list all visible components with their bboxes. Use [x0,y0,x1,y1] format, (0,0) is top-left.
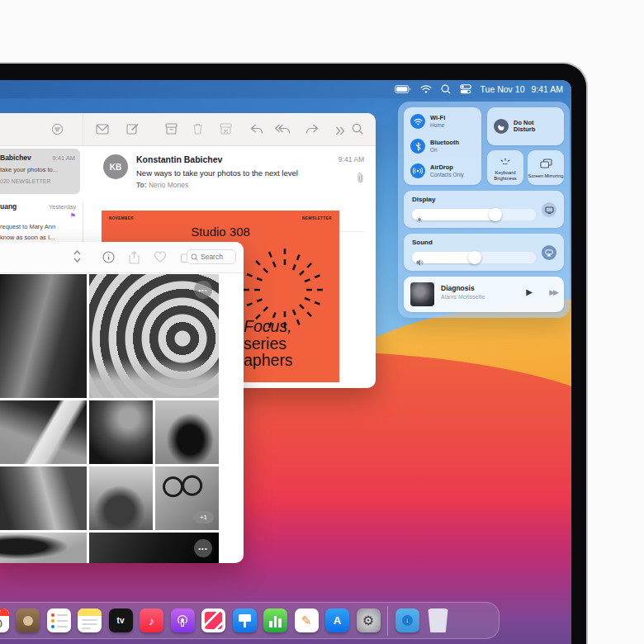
more-toolbar-icon[interactable] [335,124,346,139]
forward-icon[interactable] [305,123,319,138]
skip-forward-button[interactable]: ▶▶ [549,288,557,296]
play-button[interactable]: ▶ [526,287,533,296]
more-button[interactable]: ••• [194,281,212,299]
dock-news[interactable] [201,608,225,632]
dock-music[interactable]: ♪ [140,608,163,632]
now-playing-widget[interactable]: Diagnosis Alanis Morissette ▶ ▶▶ [404,277,564,312]
do-not-disturb-control[interactable]: Do Not Disturb [487,107,564,145]
photo-thumbnail[interactable] [0,274,87,398]
mailbox-icon[interactable] [96,123,109,138]
dock: NOV 10 tv ♪ [0,602,500,639]
trash-icon[interactable] [192,123,203,138]
airplay-audio-button[interactable] [542,245,556,260]
slider-fill [412,209,501,220]
dock-notes[interactable] [78,608,102,632]
airdrop-status: Contacts Only [430,172,464,178]
compose-icon[interactable] [126,123,139,138]
share-icon[interactable] [129,251,140,268]
wifi-icon [410,114,425,129]
reminder-row [51,619,68,623]
archive-icon[interactable] [165,123,178,138]
dock-podcasts[interactable] [171,608,195,632]
mail-list-item[interactable]: uang Yesterday ⚑ request to Mary Ann kno… [0,197,83,245]
dock-downloads-folder[interactable]: ↓ [395,608,419,632]
photo-thumbnail[interactable] [155,400,219,464]
airdrop-icon [410,163,425,178]
search-icon [191,253,198,261]
photo-thumbnail[interactable] [89,400,153,464]
photos-grid: ••• +1 ••• [0,274,219,563]
dock-pages[interactable]: ✎ [295,608,319,632]
menu-bar-clock[interactable]: Tue Nov 10 9:41 AM [481,84,563,94]
keyboard-brightness-control[interactable]: Keyboard Brightness [487,150,523,185]
photos-window: ••• +1 ••• [0,242,244,563]
control-center-icon[interactable] [460,84,471,94]
bluetooth-control[interactable]: Bluetooth On [410,139,459,154]
speaker-icon [416,254,424,269]
photo-thumbnail[interactable] [89,466,153,530]
wifi-control[interactable]: Wi-Fi Home [410,114,445,129]
photo-thumbnail[interactable]: ••• [89,274,219,398]
slider-knob[interactable] [489,208,502,221]
display-mirroring-button[interactable] [542,202,556,217]
list-tag: 020 NEWSLETTER [0,178,50,184]
tv-logo: tv [117,616,125,625]
wifi-menu-icon[interactable] [420,85,432,93]
macbook-bezel: Babichev 9:41 AM take your photos to... … [0,62,588,644]
connectivity-module: Wi-Fi Home Bluetooth On AirDrop Contacts… [404,107,481,185]
dock-keynote[interactable] [233,608,257,632]
dock-calendar[interactable]: NOV 10 [0,608,9,632]
slider-knob[interactable] [468,251,481,264]
macbook-screen: Babichev 9:41 AM take your photos to... … [0,80,571,644]
photo-thumbnail[interactable] [0,533,87,563]
filter-icon[interactable] [51,123,64,139]
recipient: Nerio Mones [149,181,188,189]
screen-mirroring-control[interactable]: Screen Mirroring [528,150,564,185]
volume-slider[interactable] [412,252,536,263]
photo-thumbnail[interactable] [0,466,87,530]
dock-divider [387,606,388,636]
list-preview: take your photos to... [0,166,58,173]
reply-all-icon[interactable] [275,123,291,138]
dock-numbers[interactable] [263,608,287,632]
music-note-icon: ♪ [149,614,154,627]
battery-icon[interactable] [395,85,411,93]
spotlight-icon[interactable] [441,84,451,94]
menu-bar: Tue Nov 10 9:41 AM [0,80,571,98]
reply-icon[interactable] [250,123,263,138]
photo-thumbnail[interactable]: ••• [89,533,219,563]
search-input[interactable] [201,253,232,261]
airdrop-control[interactable]: AirDrop Contacts Only [410,163,464,178]
list-time: 9:41 AM [52,154,75,162]
dock-tv[interactable]: tv [109,608,133,632]
photo-thumbnail[interactable]: +1 [155,466,219,530]
bluetooth-status: On [430,147,459,154]
zoom-stepper-icon[interactable] [73,249,81,267]
photos-search-field[interactable] [187,249,236,264]
clock-date: Tue Nov 10 [481,84,525,94]
dock-reminders[interactable] [47,608,71,632]
message-subject: New ways to take your photos to the next… [136,168,298,178]
mail-list-item-selected[interactable]: Babichev 9:41 AM take your photos to... … [0,149,80,194]
screen-mirroring-label: Screen Mirroring [528,173,564,179]
message-sender: Konstantin Babichev [136,154,222,164]
photo-thumbnail[interactable] [0,400,87,464]
keyboard-brightness-label: Keyboard Brightness [487,170,523,181]
bluetooth-icon [410,139,425,154]
junk-icon[interactable] [220,123,232,138]
paperclip-icon [357,171,364,186]
reminder-row [51,613,68,617]
more-button[interactable]: ••• [194,539,212,557]
list-sender: uang [0,202,17,211]
dock-trash[interactable] [426,608,450,632]
app-store-logo: A [334,614,341,627]
info-icon[interactable] [102,251,115,267]
headline-line-1: Focus, [244,318,293,335]
search-icon[interactable] [352,123,363,138]
display-brightness-slider[interactable] [412,209,536,220]
dock-contacts[interactable] [16,608,40,632]
photos-toolbar [0,242,244,273]
favorite-icon[interactable] [154,251,167,266]
dock-app-store[interactable]: A [325,608,349,632]
dock-system-preferences[interactable]: ⚙ [357,608,381,632]
